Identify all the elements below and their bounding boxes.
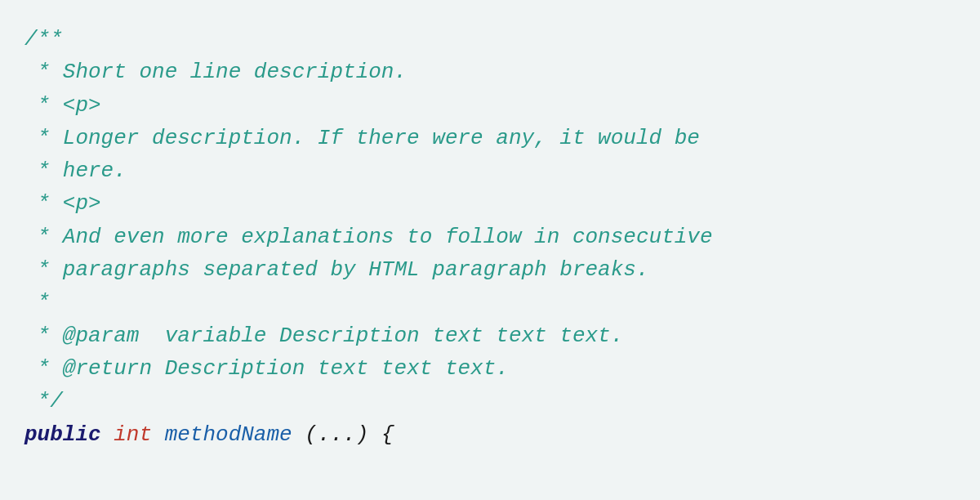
code-line-l4: * Longer description. If there were any,…	[24, 122, 956, 154]
code-line-l10: * @param variable Description text text …	[24, 319, 956, 352]
code-line-l11: * @return Description text text text.	[24, 352, 956, 385]
code-line-l2: * Short one line description.	[24, 56, 956, 88]
code-line-l12: */	[24, 385, 956, 417]
code-line-l6: * <p>	[24, 187, 956, 220]
code-line-l8: * paragraphs separated by HTML paragraph…	[24, 253, 956, 286]
code-line-l13: public int methodName (...) {	[24, 418, 956, 451]
code-line-l5: * here.	[24, 154, 956, 187]
code-line-l9: *	[24, 286, 956, 319]
code-line-l7: * And even more explanations to follow i…	[24, 221, 956, 253]
code-block: /** * Short one line description. * <p> …	[0, 0, 980, 500]
code-line-l1: /**	[24, 23, 956, 56]
code-line-l3: * <p>	[24, 89, 956, 122]
